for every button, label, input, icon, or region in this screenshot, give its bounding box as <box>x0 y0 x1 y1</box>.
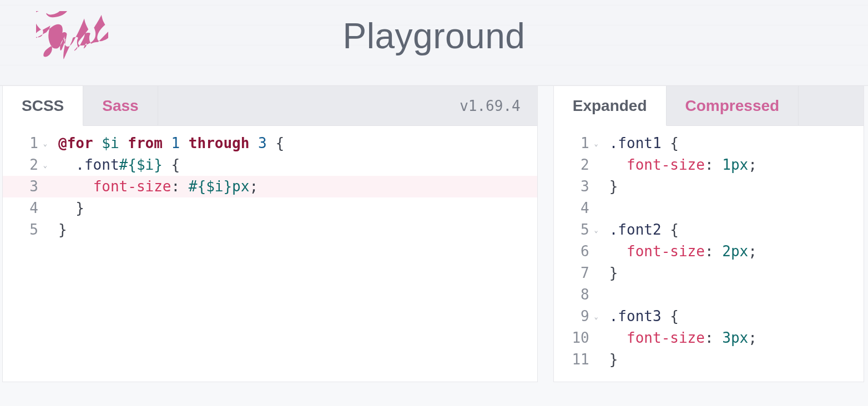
code-content[interactable]: } <box>42 197 537 219</box>
code-content[interactable]: .font1 { <box>593 133 864 154</box>
gutter: 4 <box>3 197 42 219</box>
scss-editor[interactable]: 1⌄@for $i from 1 through 3 {2⌄ .font#{$i… <box>3 126 537 252</box>
code-content[interactable]: font-size: #{$i}px; <box>42 176 537 197</box>
code-content[interactable] <box>593 284 864 306</box>
code-line[interactable]: 3} <box>554 176 864 197</box>
tabs-spacer <box>158 86 443 125</box>
gutter: 5 <box>3 219 42 241</box>
code-line[interactable]: 2⌄ .font#{$i} { <box>3 154 537 176</box>
code-content[interactable]: font-size: 2px; <box>593 241 864 262</box>
fold-icon[interactable]: ⌄ <box>594 227 598 234</box>
code-line[interactable]: 9⌄.font3 { <box>554 306 864 327</box>
tab-sass[interactable]: Sass <box>83 86 158 125</box>
code-line[interactable]: 8 <box>554 284 864 306</box>
page-title: Playground <box>0 0 868 57</box>
code-line[interactable]: 4 } <box>3 197 537 219</box>
code-content[interactable]: .font#{$i} { <box>42 154 537 176</box>
code-line[interactable]: 5} <box>3 219 537 241</box>
code-line[interactable]: 6 font-size: 2px; <box>554 241 864 262</box>
code-content[interactable] <box>593 197 864 219</box>
gutter: 10 <box>554 327 593 349</box>
tab-expanded[interactable]: Expanded <box>554 86 667 126</box>
version-label: v1.69.4 <box>443 86 537 125</box>
code-line[interactable]: 3 font-size: #{$i}px; <box>3 176 537 197</box>
tab-scss[interactable]: SCSS <box>3 86 83 126</box>
code-content[interactable]: } <box>42 219 537 241</box>
code-line[interactable]: 2 font-size: 1px; <box>554 154 864 176</box>
gutter: 5⌄ <box>554 219 593 241</box>
code-content[interactable]: } <box>593 262 864 284</box>
code-line[interactable]: 4 <box>554 197 864 219</box>
fold-icon[interactable]: ⌄ <box>594 313 598 320</box>
gutter: 11 <box>554 349 593 371</box>
code-content[interactable]: font-size: 1px; <box>593 154 864 176</box>
gutter: 7 <box>554 262 593 284</box>
code-line[interactable]: 10 font-size: 3px; <box>554 327 864 349</box>
code-line[interactable]: 1⌄@for $i from 1 through 3 { <box>3 133 537 154</box>
tab-compressed[interactable]: Compressed <box>667 86 799 125</box>
input-pane: SCSS Sass v1.69.4 1⌄@for $i from 1 throu… <box>2 86 538 382</box>
input-tabs: SCSS Sass v1.69.4 <box>3 86 537 126</box>
code-content[interactable]: @for $i from 1 through 3 { <box>42 133 537 154</box>
fold-icon[interactable]: ⌄ <box>43 140 47 147</box>
code-line[interactable]: 11} <box>554 349 864 371</box>
css-output[interactable]: 1⌄.font1 {2 font-size: 1px;3}4 5⌄.font2 … <box>554 126 864 382</box>
gutter: 2⌄ <box>3 154 42 176</box>
panes-row: SCSS Sass v1.69.4 1⌄@for $i from 1 throu… <box>0 86 868 382</box>
code-content[interactable]: .font3 { <box>593 306 864 327</box>
code-content[interactable]: } <box>593 176 864 197</box>
gutter: 4 <box>554 197 593 219</box>
fold-icon[interactable]: ⌄ <box>594 140 598 147</box>
code-content[interactable]: .font2 { <box>593 219 864 241</box>
fold-icon[interactable]: ⌄ <box>43 162 47 169</box>
code-content[interactable]: font-size: 3px; <box>593 327 864 349</box>
sass-logo[interactable] <box>36 11 108 67</box>
gutter: 9⌄ <box>554 306 593 327</box>
gutter: 2 <box>554 154 593 176</box>
output-tabs: Expanded Compressed <box>554 86 864 126</box>
gutter: 3 <box>3 176 42 197</box>
gutter: 3 <box>554 176 593 197</box>
output-pane: Expanded Compressed 1⌄.font1 {2 font-siz… <box>553 86 864 382</box>
gutter: 6 <box>554 241 593 262</box>
code-line[interactable]: 1⌄.font1 { <box>554 133 864 154</box>
gutter: 8 <box>554 284 593 306</box>
gutter: 1⌄ <box>3 133 42 154</box>
page-header: Playground <box>0 0 868 86</box>
gutter: 1⌄ <box>554 133 593 154</box>
code-line[interactable]: 7} <box>554 262 864 284</box>
code-content[interactable]: } <box>593 349 864 371</box>
code-line[interactable]: 5⌄.font2 { <box>554 219 864 241</box>
